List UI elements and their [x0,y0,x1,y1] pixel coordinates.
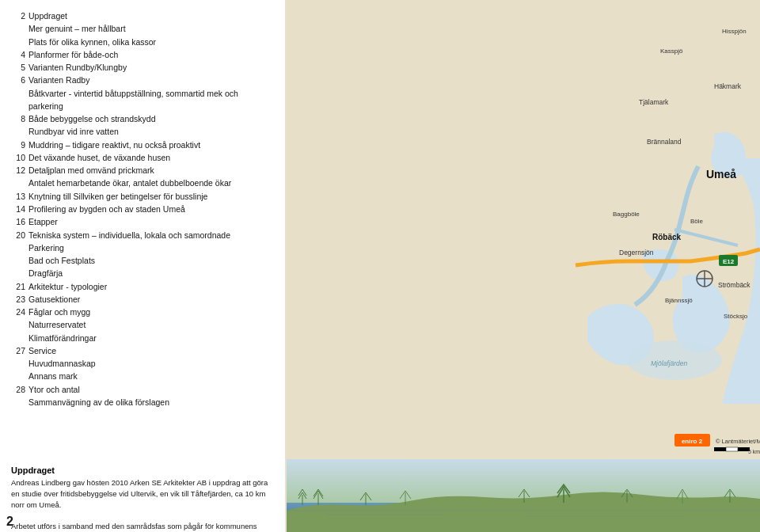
svg-text:E12: E12 [723,258,735,265]
toc-item-number [11,396,25,408]
toc-item-text: Huvudmannaskap [28,357,274,370]
toc-item-text: Båtkvarter - vintertid båtuppställning, … [28,87,274,113]
toc-item-number: 14 [11,203,25,215]
toc-item-number [11,267,25,279]
svg-text:Häkmark: Häkmark [714,82,742,90]
toc-item-number: 5 [11,61,25,74]
uppdrag-para1: Andreas Lindberg gav hösten 2010 Arken S… [11,478,268,509]
toc-item-number: 20 [11,229,25,241]
toc-item-text: Gatusektioner [28,293,274,306]
toc-item-text: Mer genuint – mer hållbart [28,22,274,35]
toc-item-text: Varianten Radby [28,74,274,86]
toc-item: 8Både bebyggelse och strandskydd [11,112,274,125]
toc-item-text: Tekniska system – individuella, lokala o… [28,229,274,241]
toc-item-text: Knytning till Sillviken ger betingelser … [28,190,274,203]
svg-text:Bjännssjö: Bjännssjö [665,297,693,304]
svg-rect-51 [726,447,738,451]
toc-item: 9Muddring – tidigare reaktivt, nu också … [11,139,274,151]
toc-item-number [11,36,25,48]
toc-item-number: 8 [11,112,25,125]
toc-item-text: Naturreservatet [28,318,274,331]
toc-item: 12Detaljplan med omvänd prickmark [11,164,274,177]
map-svg: E4 E12 Umeå Holmsund Sävar Röbäck Obbola… [287,0,760,459]
svg-text:Hisspjön: Hisspjön [722,28,747,35]
toc-item: Naturreservatet [11,318,274,331]
svg-text:eniro 2: eniro 2 [682,438,703,445]
toc-item-number [11,332,25,344]
toc-item: 27Service [11,344,274,357]
toc-item: Mer genuint – mer hållbart [11,22,274,35]
svg-text:Degernsjön: Degernsjön [619,249,654,256]
toc-item-text: Arkitektur - typologier [28,280,274,293]
svg-text:5 km: 5 km [748,449,760,454]
toc-item-number: 6 [11,74,25,86]
toc-item: Klimatförändringar [11,332,274,344]
svg-text:Baggböle: Baggböle [613,211,640,218]
left-panel: 2UppdragetMer genuint – mer hållbartPlat… [0,0,285,459]
toc-item-text: Planformer för både-och [28,48,274,61]
toc-item-number [11,87,25,113]
toc-item: Sammanvägning av de olika förslagen [11,396,274,408]
toc-item: Parkering [11,241,274,254]
toc-item-text: Fåglar och mygg [28,306,274,318]
svg-text:Böle: Böle [690,218,704,225]
svg-text:Umeå: Umeå [706,168,736,180]
toc-item: Bad och Festplats [11,254,274,267]
toc-item: 14Profilering av bygden och av staden Um… [11,203,274,215]
landscape-illustration [287,459,760,532]
toc-item-text: Det växande huset, de växande husen [28,151,274,164]
toc-item: Dragfärja [11,267,274,279]
toc-item-number: 10 [11,151,25,164]
toc-item: 10Det växande huset, de växande husen [11,151,274,164]
toc-item-number: 4 [11,48,25,61]
toc-item-number [11,125,25,138]
toc-item-text: Antalet hemarbetande ökar, antalet dubbe… [28,177,274,189]
toc-item: 21Arkitektur - typologier [11,280,274,293]
toc-item-text: Klimatförändringar [28,332,274,344]
toc-item-number: 9 [11,139,25,151]
svg-text:Tjälamark: Tjälamark [639,98,669,106]
toc-item: Antalet hemarbetande ökar, antalet dubbe… [11,177,274,189]
toc-item-text: Etapper [28,215,274,228]
toc-item-text: Service [28,344,274,357]
toc-item: 13Knytning till Sillviken ger betingelse… [11,190,274,203]
toc-item-number: 21 [11,280,25,293]
toc-item-number [11,370,25,382]
toc-item: Huvudmannaskap [11,357,274,370]
toc-item-number: 27 [11,344,25,357]
toc-item-text: Bad och Festplats [28,254,274,267]
map-area: E4 E12 Umeå Holmsund Sävar Röbäck Obbola… [287,0,760,459]
toc-item-number [11,357,25,370]
toc-item: 5Varianten Rundby/Klungby [11,61,274,74]
page-number: 2 [6,515,13,529]
toc-item-text: Dragfärja [28,267,274,279]
toc-item: 28Ytor och antal [11,383,274,396]
svg-text:Strömbäck: Strömbäck [718,281,750,289]
toc-item: Båtkvarter - vintertid båtuppställning, … [11,87,274,113]
toc-item-text: Annans mark [28,370,274,382]
toc-item-number [11,254,25,267]
toc-item: Annans mark [11,370,274,382]
toc-item: 2Uppdraget [11,10,274,22]
uppdrag-para2: Arbetet utförs i samband med den samråds… [11,522,268,532]
toc-item: Rundbyar vid inre vatten [11,125,274,138]
toc-item-text: Varianten Rundby/Klungby [28,61,274,74]
toc-item-text: Muddring – tidigare reaktivt, nu också p… [28,139,274,151]
toc-item-text: Både bebyggelse och strandskydd [28,112,274,125]
toc-item-text: Ytor och antal [28,383,274,396]
toc-item: 23Gatusektioner [11,293,274,306]
toc-item-number: 28 [11,383,25,396]
toc-item: 6Varianten Radby [11,74,274,86]
toc-item-text: Parkering [28,241,274,254]
toc-item: 20Tekniska system – individuella, lokala… [11,229,274,241]
svg-text:Röbäck: Röbäck [652,233,682,241]
toc-item-number: 24 [11,306,25,318]
bottom-description-panel: Uppdraget Andreas Lindberg gav hösten 20… [0,459,285,532]
toc-item-number [11,177,25,189]
toc-item-number [11,22,25,35]
svg-text:Brännaland: Brännaland [647,138,682,146]
uppdrag-heading: Uppdraget [11,466,274,475]
toc-item-number [11,318,25,331]
toc-item: 4Planformer för både-och [11,48,274,61]
svg-text:© Lantmäteriet/Metria: © Lantmäteriet/Metria [716,438,760,445]
